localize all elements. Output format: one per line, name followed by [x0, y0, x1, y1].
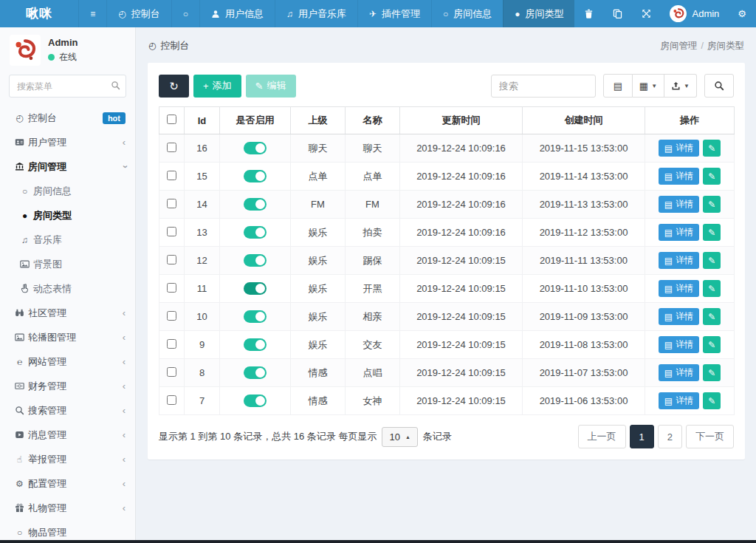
sidebar-item-background[interactable]: 背景图 [0, 252, 135, 276]
sidebar-item-finance-mgmt[interactable]: 财务管理‹ [0, 374, 135, 398]
edit-row-button[interactable]: ✎ [703, 196, 721, 213]
row-checkbox[interactable] [167, 339, 176, 349]
page-button-page-2[interactable]: 2 [658, 425, 682, 448]
detail-button[interactable]: ▤详情 [659, 392, 699, 409]
sidebar-item-room-mgmt[interactable]: 房间管理‹ [0, 154, 135, 179]
tab-plugin-mgmt[interactable]: ✈插件管理 [357, 0, 431, 27]
id-cell: 16 [185, 134, 220, 163]
page-button-next[interactable]: 下一页 [686, 425, 734, 448]
row-select-cell [159, 303, 185, 331]
row-checkbox[interactable] [167, 255, 176, 264]
sidebar-item-community-mgmt[interactable]: 社区管理‹ [0, 301, 135, 325]
edit-row-button[interactable]: ✎ [703, 392, 721, 409]
fullscreen-button[interactable] [632, 0, 661, 27]
enable-toggle[interactable] [244, 338, 267, 351]
sidebar-item-room-info[interactable]: ○房间信息 [0, 179, 135, 203]
enable-toggle[interactable] [244, 310, 267, 323]
row-checkbox[interactable] [167, 311, 176, 321]
row-checkbox[interactable] [167, 227, 176, 236]
select-all-checkbox[interactable] [167, 115, 176, 124]
row-checkbox[interactable] [167, 199, 176, 208]
row-checkbox[interactable] [167, 367, 176, 377]
export-button[interactable]: ▼ [664, 74, 697, 98]
sidebar-item-emotes[interactable]: 动态表情 [0, 276, 135, 301]
refresh-button[interactable]: ↻ [159, 75, 189, 98]
id-cell: 11 [185, 275, 220, 303]
breadcrumb-current: 控制台 [160, 39, 189, 52]
row-checkbox[interactable] [167, 395, 176, 405]
enable-toggle[interactable] [244, 198, 267, 211]
columns-button[interactable]: ▦▼ [633, 74, 664, 98]
tab-user-music[interactable]: ♫用户音乐库 [275, 0, 357, 27]
tab-room-type[interactable]: ●房间类型 [503, 0, 574, 27]
edit-row-button[interactable]: ✎ [703, 308, 721, 325]
detail-button[interactable]: ▤详情 [659, 308, 699, 325]
detail-button[interactable]: ▤详情 [659, 364, 699, 381]
tab-user-info[interactable]: 用户信息 [199, 0, 275, 27]
columns-icon: ▦ [639, 81, 648, 91]
row-checkbox[interactable] [167, 143, 176, 152]
edit-button[interactable]: ✎编辑 [246, 75, 296, 98]
user-menu[interactable]: Admin [661, 5, 728, 22]
table-row: 7情感女神2019-12-24 10:09:152019-11-06 13:53… [159, 387, 735, 415]
enable-toggle[interactable] [244, 282, 267, 295]
detail-button[interactable]: ▤详情 [659, 196, 699, 213]
online-label: 在线 [59, 51, 77, 64]
search-button[interactable] [704, 74, 734, 98]
edit-row-button[interactable]: ✎ [703, 140, 721, 157]
page-button-page-1[interactable]: 1 [630, 425, 654, 448]
sidebar-item-search-mgmt[interactable]: 搜索管理‹ [0, 398, 135, 423]
enable-toggle[interactable] [244, 226, 267, 239]
tab-console[interactable]: ◴控制台 [106, 0, 171, 27]
edit-row-button[interactable]: ✎ [703, 280, 721, 297]
add-button[interactable]: +添加 [193, 75, 241, 98]
sidebar-item-gift-mgmt[interactable]: 礼物管理‹ [0, 496, 135, 520]
tab-blank[interactable]: ○ [171, 0, 199, 27]
enable-toggle[interactable] [244, 395, 267, 407]
sidebar-item-website-mgmt[interactable]: ℮网站管理‹ [0, 349, 135, 374]
row-checkbox[interactable] [167, 171, 176, 180]
list-view-icon: ▤ [614, 81, 622, 91]
toggle-view-button[interactable]: ▤ [603, 74, 633, 98]
updated-cell: 2019-12-24 10:09:15 [400, 387, 523, 415]
trash-button[interactable] [574, 0, 603, 27]
settings-button[interactable]: ⚙ [728, 0, 756, 27]
detail-button[interactable]: ▤详情 [659, 168, 699, 185]
sidebar-item-console[interactable]: ◴控制台hot [0, 106, 135, 130]
detail-button[interactable]: ▤详情 [659, 252, 699, 269]
sidebar-item-carousel-mgmt[interactable]: 轮播图管理‹ [0, 325, 135, 349]
enable-toggle[interactable] [244, 254, 267, 267]
enabled-cell [220, 219, 291, 247]
edit-row-button[interactable]: ✎ [703, 364, 721, 381]
sidebar-search-input[interactable] [9, 75, 126, 98]
edit-row-button[interactable]: ✎ [703, 252, 721, 269]
edit-row-button[interactable]: ✎ [703, 336, 721, 353]
sidebar-item-room-type[interactable]: ●房间类型 [0, 203, 135, 228]
sidebar-item-message-mgmt[interactable]: 消息管理‹ [0, 423, 135, 447]
copy-button[interactable] [603, 0, 632, 27]
page-button-prev[interactable]: 上一页 [578, 425, 626, 448]
page-size-dropdown[interactable]: 10 ▲ [382, 427, 417, 447]
brand[interactable]: 啾咪 [0, 0, 78, 27]
enable-toggle[interactable] [244, 142, 267, 154]
edit-row-button[interactable]: ✎ [703, 224, 721, 241]
edit-row-button[interactable]: ✎ [703, 168, 721, 185]
sidebar-item-report-mgmt[interactable]: ☝举报管理‹ [0, 447, 135, 471]
sidebar-item-user-mgmt[interactable]: 用户管理‹ [0, 130, 135, 154]
parent-cell: FM [291, 191, 346, 219]
enable-toggle[interactable] [244, 170, 267, 182]
parent-cell: 娱乐 [291, 219, 346, 247]
tab-room-info[interactable]: ○房间信息 [431, 0, 503, 27]
detail-button[interactable]: ▤详情 [659, 280, 699, 297]
sidebar-item-label: 消息管理 [28, 428, 66, 442]
detail-button[interactable]: ▤详情 [659, 140, 699, 157]
detail-button[interactable]: ▤详情 [659, 336, 699, 353]
tab-sidebar-toggle[interactable]: ≡ [78, 0, 106, 27]
sidebar-item-label: 举报管理 [28, 453, 66, 466]
row-checkbox[interactable] [167, 283, 176, 293]
enable-toggle[interactable] [244, 366, 267, 379]
sidebar-item-music-lib[interactable]: ♫音乐库 [0, 228, 135, 252]
sidebar-item-config-mgmt[interactable]: ⚙配置管理‹ [0, 471, 135, 496]
detail-button[interactable]: ▤详情 [659, 224, 699, 241]
table-search-input[interactable] [491, 75, 596, 98]
